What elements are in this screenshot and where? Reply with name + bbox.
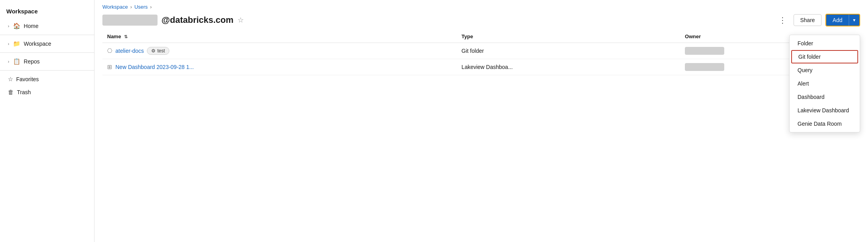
- sidebar-item-favorites[interactable]: ☆ Favorites: [2, 73, 93, 86]
- add-button-group: Add ▾: [825, 14, 860, 26]
- dropdown-item-genie-data-room[interactable]: Genie Data Room: [790, 117, 860, 130]
- dropdown-item-git-folder[interactable]: Git folder: [791, 50, 858, 63]
- user-name-placeholder: [102, 15, 158, 26]
- breadcrumb: Workspace › Users ›: [95, 0, 868, 12]
- domain-text: @databricks.com: [161, 15, 234, 25]
- dropdown-item-lakeview-dashboard[interactable]: Lakeview Dashboard: [790, 104, 860, 117]
- dropdown-item-query[interactable]: Query: [790, 63, 860, 77]
- type-cell: Lakeview Dashboa...: [457, 59, 680, 75]
- chevron-icon: ›: [8, 60, 9, 64]
- breadcrumb-sep-2: ›: [150, 4, 152, 10]
- owner-placeholder: [685, 47, 724, 55]
- more-options-button[interactable]: ⋮: [775, 14, 790, 26]
- share-button[interactable]: Share: [794, 14, 822, 26]
- home-icon: 🏠: [13, 22, 20, 30]
- table-row: ⎔ atelier-docs ⚙ test Git folder: [102, 43, 860, 59]
- sort-icon: ⇅: [124, 34, 128, 39]
- sidebar-item-workspace[interactable]: › 📁 Workspace: [2, 37, 93, 50]
- chevron-icon: ›: [8, 24, 9, 28]
- sidebar-item-label: Favorites: [16, 76, 39, 82]
- sidebar-item-trash[interactable]: 🗑 Trash: [2, 86, 93, 98]
- trash-icon: 🗑: [8, 89, 14, 95]
- dropdown-item-alert[interactable]: Alert: [790, 77, 860, 90]
- dashboard-icon: ⊞: [107, 63, 112, 71]
- repos-icon: 📋: [13, 58, 20, 65]
- sidebar-item-label: Repos: [24, 58, 39, 65]
- owner-placeholder: [685, 63, 724, 71]
- add-dropdown-menu: Folder Git folder Query Alert Dashboard …: [789, 35, 860, 132]
- file-link[interactable]: New Dashboard 2023-09-28 1...: [115, 64, 194, 70]
- col-name[interactable]: Name ⇅: [102, 30, 457, 43]
- table-container: Name ⇅ Type Owner ⎔ atelier-docs ⚙: [95, 30, 868, 242]
- dropdown-item-folder[interactable]: Folder: [790, 37, 860, 50]
- git-folder-icon: ⎔: [107, 47, 112, 54]
- col-type: Type: [457, 30, 680, 43]
- divider-repos: [0, 70, 94, 71]
- tag-badge: ⚙ test: [147, 47, 169, 55]
- type-cell: Git folder: [457, 43, 680, 59]
- folder-icon: 📁: [13, 40, 20, 47]
- table-row: ⊞ New Dashboard 2023-09-28 1... Lakeview…: [102, 59, 860, 75]
- breadcrumb-sep-1: ›: [130, 4, 132, 10]
- sidebar-item-label: Workspace: [24, 41, 51, 47]
- star-icon: ☆: [8, 76, 13, 83]
- file-name-cell: ⎔ atelier-docs ⚙ test: [107, 47, 452, 55]
- sidebar-title: Workspace: [0, 5, 94, 19]
- header-row: @databricks.com ☆ ⋮ Share Add ▾: [95, 12, 868, 30]
- dropdown-item-dashboard[interactable]: Dashboard: [790, 90, 860, 104]
- sidebar-item-label: Home: [24, 23, 38, 29]
- items-table: Name ⇅ Type Owner ⎔ atelier-docs ⚙: [102, 30, 860, 75]
- breadcrumb-workspace[interactable]: Workspace: [102, 4, 128, 10]
- file-link[interactable]: atelier-docs: [115, 48, 144, 54]
- sidebar-item-repos[interactable]: › 📋 Repos: [2, 55, 93, 68]
- divider-home: [0, 35, 94, 35]
- sidebar-item-home[interactable]: › 🏠 Home: [2, 20, 93, 32]
- sidebar-item-label: Trash: [17, 89, 31, 95]
- main-content: Workspace › Users › @databricks.com ☆ ⋮ …: [95, 0, 868, 242]
- add-main-button[interactable]: Add: [826, 15, 849, 26]
- favorite-star-icon[interactable]: ☆: [237, 16, 244, 24]
- tag-icon: ⚙: [151, 48, 156, 54]
- sidebar: Workspace › 🏠 Home › 📁 Workspace › 📋 Rep…: [0, 0, 95, 242]
- chevron-icon: ›: [8, 42, 9, 46]
- divider-workspace: [0, 52, 94, 53]
- file-name-cell: ⊞ New Dashboard 2023-09-28 1...: [107, 63, 452, 71]
- add-dropdown-button[interactable]: ▾: [849, 15, 859, 26]
- breadcrumb-users[interactable]: Users: [134, 4, 148, 10]
